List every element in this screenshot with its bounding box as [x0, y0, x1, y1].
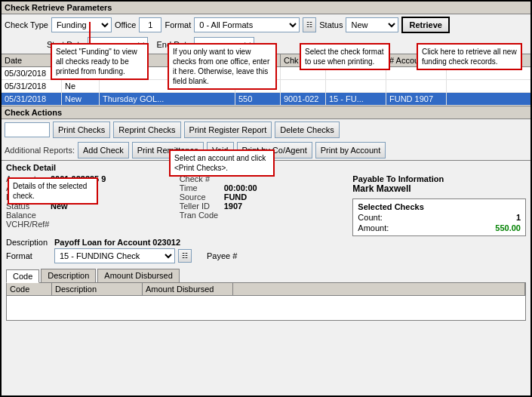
window-title: Check Retrieve Parameters: [5, 3, 112, 12]
description-row: Description Payoff Loan for Account 0230…: [6, 238, 526, 247]
description-label: Description: [6, 238, 51, 247]
tab-amount-disbursed[interactable]: Amount Disbursed: [97, 269, 180, 282]
count-label: Count:: [358, 213, 382, 222]
selected-amount-row: Amount: 550.00: [358, 223, 521, 232]
source-row: Source FUND: [180, 192, 353, 202]
source-value: FUND: [224, 192, 248, 202]
format-label: Format: [165, 20, 191, 29]
tab-content: Code Description Amount Disbursed: [6, 283, 526, 321]
cell-chk: 9001-022: [281, 93, 326, 105]
tran-code-row: Tran Code: [180, 211, 353, 220]
tabs-container: Code Description Amount Disbursed Code D…: [2, 269, 530, 321]
arrow-up-funding: [82, 22, 97, 45]
annotation-format: Select the check format to use when prin…: [300, 43, 390, 70]
cell-desc: Thursday GOL...: [100, 93, 235, 105]
time-value: 00:00:00: [224, 183, 257, 192]
status-label: Status: [319, 20, 343, 29]
tab-col-description: Description: [52, 283, 143, 295]
actions-row1: Print Checks Reprint Checks Print Regist…: [2, 119, 530, 140]
tab-description[interactable]: Description: [41, 269, 96, 282]
balance-label: Balance: [6, 211, 48, 220]
tab-code[interactable]: Code: [6, 269, 39, 283]
balance-row: Balance: [6, 211, 180, 220]
time-row: Time 00:00:00: [180, 183, 353, 192]
description-value: Payoff Loan for Account 023012: [54, 238, 180, 247]
selected-checks-section: Selected Checks Count: 1 Amount: 550.00: [352, 198, 526, 236]
main-window: Check Retrieve Parameters Check Type Fun…: [0, 0, 532, 397]
format-row-detail: Format 15 - FUNDING Check ☷ Payee #: [6, 248, 526, 263]
annotation-office: If you only want to view checks from one…: [168, 43, 277, 90]
annotation-retrieve: Click here to retrieve all new funding c…: [417, 43, 522, 70]
tab-grid-header: Code Description Amount Disbursed: [7, 283, 525, 296]
teller-row: Teller ID 1907: [180, 202, 353, 211]
tabs-row: Code Description Amount Disbursed: [6, 269, 526, 283]
selected-amount-value: 550.00: [495, 223, 521, 232]
cell-date: 05/31/2018: [2, 93, 62, 105]
tab-col-amount: Amount Disbursed: [143, 283, 233, 295]
count-value: 1: [516, 213, 521, 222]
office-input[interactable]: [139, 17, 161, 32]
print-checks-button[interactable]: Print Checks: [53, 122, 110, 138]
payable-title: Payable To Information: [352, 174, 526, 183]
teller-value: 1907: [224, 202, 242, 211]
annotation-funding: Select "Funding" to view all checks read…: [51, 43, 149, 80]
office-label: Office: [115, 20, 137, 29]
reprint-checks-button[interactable]: Reprint Checks: [113, 122, 180, 138]
cell-accounts: [386, 80, 447, 92]
cell-date: 05/31/2018: [2, 80, 62, 92]
status-select[interactable]: New Printed Void All: [346, 17, 398, 32]
check-type-select[interactable]: Funding Disbursement All: [51, 17, 112, 32]
teller-label: Teller ID: [180, 202, 221, 211]
print-register-report-button[interactable]: Print Register Report: [184, 122, 272, 138]
format-icon-toolbar[interactable]: ☷: [303, 17, 316, 32]
annotation-detail: Details of the selected check.: [8, 177, 98, 205]
tran-code-label: Tran Code: [180, 211, 221, 220]
cell-source: 15 - FU...: [326, 93, 386, 105]
cell-chk: [281, 80, 326, 92]
cell-amt: 550: [235, 93, 281, 105]
format-label-detail: Format: [6, 251, 51, 260]
vchr-label: VCHR/Ref#: [6, 220, 49, 229]
payable-name: Mark Maxwell: [352, 183, 526, 194]
tab-col-extra: [233, 283, 525, 295]
time-label: Time: [180, 183, 221, 192]
check-action-input[interactable]: [5, 122, 50, 137]
toolbar-row1: Check Type Funding Disbursement All Offi…: [2, 14, 530, 35]
delete-checks-button[interactable]: Delete Checks: [275, 122, 340, 138]
check-type-label: Check Type: [5, 20, 48, 29]
format-icon-detail[interactable]: ☷: [178, 249, 192, 263]
cell-st: Ne: [62, 80, 100, 92]
add-check-button[interactable]: Add Check: [78, 142, 129, 158]
table-row[interactable]: 05/31/2018 New Thursday GOL... 550 9001-…: [2, 93, 530, 106]
retrieve-button[interactable]: Retrieve: [401, 17, 449, 33]
selected-checks-title: Selected Checks: [358, 202, 521, 211]
detail-right: Payable To Information Mark Maxwell Sele…: [352, 174, 526, 236]
source-label: Source: [180, 192, 221, 202]
cell-source: [326, 80, 386, 92]
vchr-row: VCHR/Ref#: [6, 220, 180, 229]
selected-amount-label: Amount:: [358, 223, 389, 232]
annotation-print: Select an account and click <Print Check…: [169, 149, 275, 177]
check-actions-title: Check Actions: [2, 106, 530, 119]
payee-label: Payee #: [207, 251, 237, 260]
additional-reports-label: Additional Reports:: [5, 146, 75, 155]
format-select-detail[interactable]: 15 - FUNDING Check: [54, 248, 175, 263]
format-select-toolbar[interactable]: 0 - All Formats 15 - FUNDING Check: [194, 17, 300, 32]
cell-accounts: FUND 1907: [386, 93, 447, 105]
tab-body: [7, 296, 525, 319]
cell-st: New: [62, 93, 100, 105]
selected-count-row: Count: 1: [358, 213, 521, 222]
tab-col-code: Code: [7, 283, 52, 295]
print-by-account-button[interactable]: Print by Account: [315, 142, 386, 158]
detail-middle: Check # Time 00:00:00 Source FUND Teller…: [180, 174, 353, 236]
title-bar: Check Retrieve Parameters: [2, 2, 530, 14]
